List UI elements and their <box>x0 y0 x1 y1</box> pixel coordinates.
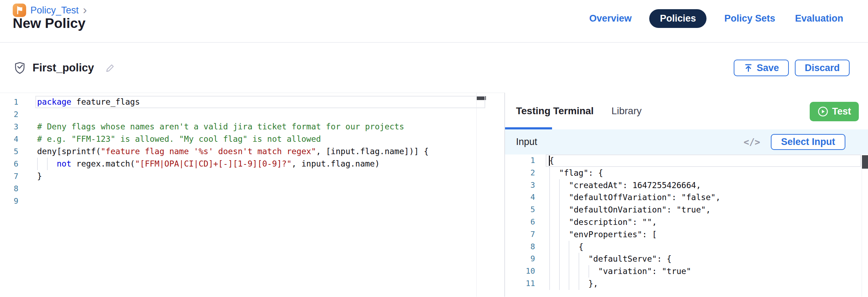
line-content: # e.g. "FFM-123" is allowed. "My cool fl… <box>37 133 504 145</box>
line-content: "flag": { <box>549 167 868 179</box>
code-token: , input.flag.name) <box>292 159 380 168</box>
code-line: 5 "defaultOnVariation": "true", <box>505 204 868 216</box>
line-content <box>37 182 504 195</box>
edit-policy-name-button[interactable] <box>105 62 116 74</box>
code-token: not <box>57 159 71 168</box>
json-scrollbar-thumb[interactable] <box>862 155 868 169</box>
breadcrumb-project-link[interactable]: Policy_Test <box>30 5 79 16</box>
indent-guide <box>559 179 560 192</box>
line-number: 2 <box>505 167 535 179</box>
line-number: 8 <box>0 182 18 195</box>
code-line: 7} <box>0 170 504 182</box>
indent-guide <box>579 278 579 290</box>
input-json-editor[interactable]: 1{2 "flag": {3 "createdAt": 164725542666… <box>505 155 868 297</box>
indent-guide <box>549 204 550 216</box>
code-line: 3 "createdAt": 1647255426664, <box>505 179 868 192</box>
policy-name: First_policy <box>33 62 94 74</box>
terminal-tabs: Testing Terminal Library Test <box>505 93 868 129</box>
tab-overview[interactable]: Overview <box>587 9 634 28</box>
code-token: # e.g. "FFM-123" is allowed. "My cool fl… <box>37 134 321 144</box>
nav-tabs: Overview Policies Policy Sets Evaluation <box>587 9 845 28</box>
code-token: "envProperties": [ <box>549 230 657 239</box>
code-token: "variation": "true" <box>549 267 691 276</box>
line-content: not regex.match("[FFM|OPA|CI|CD]+[-][1-9… <box>37 158 504 170</box>
line-content: }, <box>549 278 868 290</box>
code-token: deny[sprintf( <box>37 147 101 156</box>
line-number: 5 <box>505 204 535 216</box>
indent-guide <box>549 191 550 204</box>
code-token: { <box>549 242 583 251</box>
line-number: 7 <box>505 228 535 241</box>
indent-guide <box>549 265 550 278</box>
tab-policies[interactable]: Policies <box>649 9 706 28</box>
code-line: 9 "defaultServe": { <box>505 253 868 265</box>
breadcrumb-chevron-icon: › <box>83 4 87 16</box>
line-content <box>37 195 504 207</box>
code-line: 4 "defaultOffVariation": "false", <box>505 191 868 204</box>
code-token: "flag": { <box>549 168 603 177</box>
line-number: 7 <box>0 170 18 182</box>
line-number: 8 <box>505 241 535 253</box>
feature-flags-module-icon[interactable] <box>13 4 26 17</box>
code-token: , [input.flag.name])] { <box>316 147 429 156</box>
line-content: { <box>549 241 868 253</box>
line-number: 9 <box>505 253 535 265</box>
indent-guide <box>559 253 560 265</box>
code-token: "defaultServe": { <box>549 254 671 263</box>
policy-code-editor[interactable]: 1package feature_flags23# Deny flags who… <box>0 93 504 297</box>
indent-guide <box>579 253 579 265</box>
code-line: 6 not regex.match("[FFM|OPA|CI|CD]+[-][1… <box>0 158 504 170</box>
line-number: 5 <box>0 145 18 158</box>
indent-guide <box>569 253 569 265</box>
code-line: 8 { <box>505 241 868 253</box>
line-content: "envProperties": [ <box>549 228 868 241</box>
indent-guide <box>549 216 550 228</box>
indent-guide <box>569 241 569 253</box>
code-token: regex.match( <box>71 159 135 168</box>
indent-guide <box>549 167 550 179</box>
tab-policy-sets[interactable]: Policy Sets <box>722 9 777 28</box>
indent-guide <box>47 158 48 170</box>
json-scrollbar-track <box>862 155 862 297</box>
line-number: 9 <box>0 195 18 207</box>
tab-library[interactable]: Library <box>611 105 642 117</box>
indent-guide <box>559 216 560 228</box>
code-line: 10 "variation": "true" <box>505 265 868 278</box>
page-header: Policy_Test › New Policy Overview Polici… <box>0 0 868 43</box>
code-token: "description": "", <box>549 217 657 227</box>
code-token: package <box>37 97 71 106</box>
indent-guide <box>549 278 550 290</box>
line-number: 1 <box>0 96 18 108</box>
code-line: 6 "description": "", <box>505 216 868 228</box>
rego-code-lines[interactable]: 1package feature_flags23# Deny flags who… <box>0 93 504 207</box>
select-input-button[interactable]: Select Input <box>771 134 845 150</box>
tab-testing-terminal[interactable]: Testing Terminal <box>516 105 594 117</box>
input-label: Input <box>516 136 537 147</box>
testing-terminal-panel: Testing Terminal Library Test Input </> … <box>504 93 868 297</box>
play-icon <box>817 106 828 117</box>
breadcrumb: Policy_Test › <box>13 4 87 17</box>
line-content: "variation": "true" <box>549 265 868 278</box>
line-content <box>37 108 504 121</box>
indent-guide <box>559 204 560 216</box>
line-content: "defaultOffVariation": "false", <box>549 191 868 204</box>
discard-button[interactable]: Discard <box>795 59 850 76</box>
code-view-toggle-icon[interactable]: </> <box>744 137 760 147</box>
code-line: 7 "envProperties": [ <box>505 228 868 241</box>
line-content: deny[sprintf("feature flag name '%s' doe… <box>37 145 504 158</box>
policy-header-bar: First_policy Save Discard <box>0 43 868 93</box>
code-token: # Deny flags whose names aren't a valid … <box>37 122 404 131</box>
tab-evaluation[interactable]: Evaluation <box>793 9 845 28</box>
line-number: 4 <box>0 133 18 145</box>
test-button[interactable]: Test <box>810 102 859 121</box>
code-line: 2 "flag": { <box>505 167 868 179</box>
line-number: 3 <box>505 179 535 192</box>
save-button[interactable]: Save <box>734 59 789 76</box>
line-number: 6 <box>0 158 18 170</box>
line-content: "defaultServe": { <box>549 253 868 265</box>
indent-guide <box>37 158 38 170</box>
indent-guide <box>588 265 589 278</box>
policy-shield-icon <box>13 61 27 75</box>
code-token: { <box>549 156 554 165</box>
text-cursor <box>549 156 550 166</box>
